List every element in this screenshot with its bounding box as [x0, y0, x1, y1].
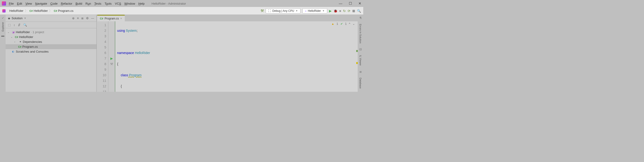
run-target-selector[interactable]: ⟐ HelloRider ▼ — [302, 8, 327, 13]
filter-icon[interactable]: ⇵ — [18, 23, 20, 27]
editor-tabs: C# Program.cs × — [97, 15, 358, 21]
run-controls: ▶ 🐞 ■ ↻ ⟳ ⊞ 🔍 — [329, 9, 361, 13]
expand-icon[interactable]: ≣ — [81, 16, 84, 20]
arrow-right-icon: › — [14, 41, 18, 43]
debug-icon[interactable]: 🐞 — [334, 9, 338, 13]
csharp-icon: C# — [54, 9, 57, 12]
collapse-icon[interactable]: ≡ — [77, 16, 79, 20]
toolbar: HelloRider 〉 C# HelloRider 〉 C# Program.… — [0, 7, 363, 15]
breadcrumb: HelloRider 〉 C# HelloRider 〉 C# Program.… — [2, 9, 74, 13]
solution-icon: ◪ — [12, 31, 15, 34]
code-content[interactable]: using System; namespace HelloRider { cla… — [115, 21, 358, 92]
window-title: HelloRider - Administrator — [152, 2, 186, 5]
menu-window[interactable]: Window — [124, 2, 135, 5]
chevron-down-icon[interactable]: ⌄ — [352, 22, 355, 25]
left-rail: ✓ Explorer ▬ — [0, 15, 6, 92]
folder-icon[interactable]: ▬ — [2, 34, 4, 37]
chevron-down-icon: ▼ — [24, 17, 26, 19]
sync-icon[interactable]: ⟳ — [348, 9, 350, 13]
hammer-icon[interactable]: ⚒ — [260, 8, 264, 13]
stop-icon[interactable]: ■ — [339, 9, 341, 13]
hammer-gutter-icon[interactable]: ⚒ — [108, 61, 115, 67]
solution-header: ◈ Solution ▼ ⊕ ≡ ≣ ⚙ — — [6, 15, 96, 22]
gutter-icons: ▶ ⚒ — [108, 21, 115, 92]
gear-icon[interactable]: ⚙ — [86, 16, 89, 20]
menu-vcs[interactable]: VCS — [115, 2, 121, 5]
tab-program[interactable]: C# Program.cs × — [97, 15, 125, 21]
flask-icon[interactable]: ✓ — [2, 16, 4, 20]
breadcrumb-project[interactable]: C# HelloRider — [30, 9, 48, 12]
maximize-icon[interactable]: ☐ — [349, 1, 352, 5]
menu-help[interactable]: Help — [138, 2, 144, 5]
rail-errors[interactable]: Errors in Solution — [359, 24, 362, 43]
breadcrumb-root[interactable]: HelloRider — [2, 9, 24, 12]
menu-tests[interactable]: Tests — [94, 2, 101, 5]
csharp-icon: C# — [15, 36, 18, 38]
menu-edit[interactable]: Edit — [17, 2, 22, 5]
chevron-right-icon: 〉 — [25, 9, 28, 13]
layout-icon[interactable]: ⊞ — [352, 9, 355, 13]
menu-view[interactable]: View — [25, 2, 32, 5]
window-controls: — ☐ ✕ — [339, 1, 362, 5]
code-editor[interactable]: 1 2 3 4 5 6 7 8 9 10 11 12 13 ▶ ⚒ — [97, 21, 358, 92]
close-icon[interactable]: ✕ — [358, 1, 362, 5]
main: ✓ Explorer ▬ ◈ Solution ▼ ⊕ ≡ ≣ ⚙ — ⬚ ↕ … — [0, 15, 363, 92]
menu-file[interactable]: File — [9, 2, 14, 5]
tree-project[interactable]: ⌄ C# HelloRider — [6, 35, 96, 39]
tree-scratches[interactable]: ◐ Scratches and Consoles — [6, 49, 96, 54]
menu-build[interactable]: Build — [76, 2, 82, 5]
titlebar: File Edit View Navigate Code Refactor Bu… — [0, 0, 363, 7]
menu-navigate[interactable]: Navigate — [35, 2, 47, 5]
menu-code[interactable]: Code — [50, 2, 58, 5]
save-icon[interactable]: ⬚ — [8, 23, 11, 27]
run-gutter-icon[interactable]: ▶ — [108, 56, 115, 61]
breadcrumb-file[interactable]: C# Program.cs — [54, 9, 74, 12]
check-icon: ✔ — [340, 22, 343, 25]
app-icon — [2, 1, 6, 5]
rail-database[interactable]: Database — [359, 78, 362, 88]
sync-icon[interactable]: ↕ — [14, 23, 15, 27]
minimize-icon[interactable]: — — [339, 1, 342, 5]
toolbar-right: ⚒ ⛶ Debug | Any CPU ▼ ⟐ HelloRider ▼ ▶ 🐞… — [260, 8, 361, 13]
arrow-down-icon: ⌄ — [8, 31, 11, 33]
right-rail: ⚗ Errors in Solution ⊟ IL Viewer ≣ Datab… — [358, 15, 363, 92]
marker-yellow[interactable] — [356, 62, 358, 64]
arrow-down-icon: ⌄ — [11, 36, 14, 38]
thumbtack-icon: ◈ — [8, 16, 10, 20]
il-icon[interactable]: ⊟ — [359, 48, 362, 51]
csharp-icon: C# — [100, 17, 103, 20]
search-icon[interactable]: 🔍 — [357, 9, 361, 13]
solution-header-actions: ⊕ ≡ ≣ ⚙ — — [72, 16, 94, 20]
dotnet-icon: ⟐ — [305, 9, 306, 12]
config-selector[interactable]: ⛶ Debug | Any CPU ▼ — [266, 8, 300, 13]
csharp-icon: C# — [30, 9, 33, 12]
scratches-icon: ◐ — [12, 50, 15, 53]
line-gutter: 1 2 3 4 5 6 7 8 9 10 11 12 13 — [97, 21, 108, 92]
chevron-up-icon[interactable]: ^ — [349, 22, 350, 25]
menu-run[interactable]: Run — [86, 2, 91, 5]
flask-icon[interactable]: ⚗ — [359, 16, 362, 20]
database-icon[interactable]: ≣ — [359, 70, 362, 74]
solution-tree: ⌄ ◪ HelloRider · 1 project ⌄ C# HelloRid… — [6, 28, 96, 55]
build-icon[interactable]: ↻ — [343, 9, 346, 13]
rail-ilviewer[interactable]: IL Viewer — [359, 55, 362, 66]
marker-green[interactable] — [356, 50, 358, 52]
target-icon[interactable]: ⊕ — [72, 16, 74, 20]
close-icon[interactable]: × — [120, 17, 122, 20]
search-icon[interactable]: 🔍 — [23, 23, 27, 27]
config-icon: ⛶ — [268, 9, 271, 12]
rail-explorer[interactable]: Explorer — [2, 22, 4, 31]
editor-area: C# Program.cs × 1 2 3 4 5 6 7 8 9 10 11 … — [97, 15, 358, 92]
chevron-down-icon: ▼ — [296, 9, 298, 12]
menu-tools[interactable]: Tools — [104, 2, 112, 5]
inspection-indicators[interactable]: ▲1 ✔1 ^ ⌄ — [332, 22, 355, 25]
menu-refactor[interactable]: Refactor — [61, 2, 72, 5]
project-icon — [2, 9, 6, 12]
tree-file-program[interactable]: C# Program.cs — [6, 44, 96, 49]
solution-title[interactable]: ◈ Solution ▼ — [8, 16, 26, 20]
tree-solution-root[interactable]: ⌄ ◪ HelloRider · 1 project — [6, 30, 96, 35]
warning-icon: ▲ — [332, 22, 334, 25]
tree-dependencies[interactable]: › ⚭ Dependencies — [6, 39, 96, 44]
run-icon[interactable]: ▶ — [329, 9, 332, 13]
hide-icon[interactable]: — — [91, 16, 94, 20]
